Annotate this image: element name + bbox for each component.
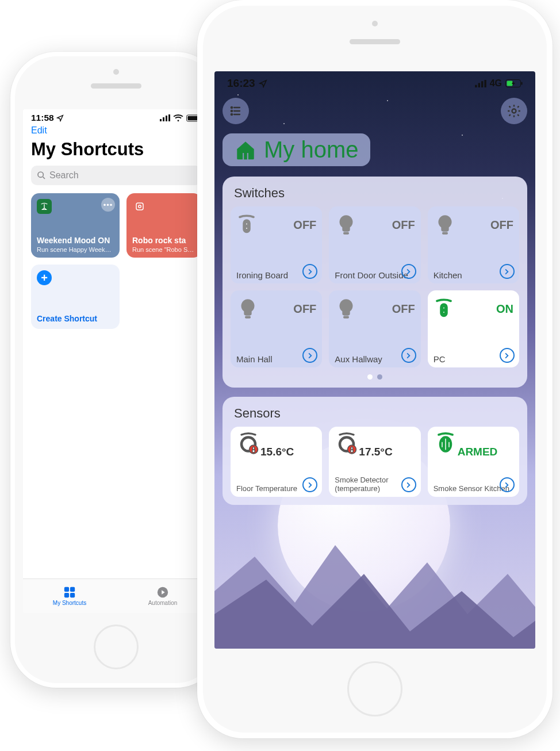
smart-plug-icon [434,295,454,323]
search-input[interactable]: Search [31,166,201,185]
shortcut-card-robo-rock[interactable]: Robo rock sta Run scene "Robo Start clea… [126,193,201,258]
automation-icon [156,586,169,599]
svg-rect-0 [160,119,162,121]
list-icon [229,104,243,118]
switch-state: OFF [293,302,316,316]
sensor-tile[interactable]: 15.6°CFloor Temperature [231,427,322,497]
shortcut-title: Robo rock sta [132,236,195,245]
status-time: 16:23 [227,77,255,90]
status-bar-front: 16:23 4G [214,71,535,90]
alarm-sensor-icon [434,431,458,455]
cellular-icon [160,114,170,121]
tab-bar: My Shortcuts Automation [23,578,209,613]
tab-my-shortcuts[interactable]: My Shortcuts [23,579,116,613]
svg-rect-12 [64,593,69,597]
search-placeholder: Search [49,170,79,181]
page-dot [377,374,382,380]
chevron-right-icon[interactable] [401,264,416,279]
gear-icon [507,104,521,118]
phone-front: 16:23 4G My home Switches OFFIronin [197,0,553,738]
temperature-sensor-icon [335,431,359,455]
plus-icon: + [37,270,52,285]
menu-button[interactable] [223,98,249,124]
sensor-tile[interactable]: 17.5°CSmoke Detector (temperature) [329,427,420,497]
create-shortcut-button[interactable]: + Create Shortcut [31,265,120,329]
svg-point-24 [231,110,232,112]
temperature-sensor-icon [236,431,260,455]
svg-rect-21 [521,82,523,85]
page-title: My Shortcuts [23,138,209,166]
sensor-value: ARMED [458,446,498,458]
svg-rect-3 [168,114,170,121]
home-selector[interactable]: My home [223,133,370,166]
svg-point-22 [231,107,232,108]
switch-tile[interactable]: OFFIroning Board [231,206,322,283]
phone-back: 11:58 Edit My Shortcuts Search ••• W [10,52,222,688]
tab-automation[interactable]: Automation [116,579,209,613]
home-icon [234,140,257,160]
sensor-tile[interactable]: ARMEDSmoke Sensor Kitchen [428,427,519,497]
switch-tile[interactable]: OFFFront Door Outside [329,206,420,283]
switch-tile[interactable]: OFFMain Hall [231,290,322,367]
light-bulb-icon [335,211,358,239]
home-title: My home [264,137,359,163]
chevron-right-icon[interactable] [401,348,416,363]
search-icon [37,171,46,180]
edit-button[interactable]: Edit [23,123,209,138]
chevron-right-icon[interactable] [401,477,416,492]
smart-plug-icon [236,211,257,239]
location-icon [56,114,64,122]
svg-rect-8 [136,203,143,210]
svg-point-26 [231,114,232,115]
shortcut-subtitle: Run scene Happy Weekend [37,246,114,253]
chevron-right-icon[interactable] [500,348,515,363]
chevron-right-icon[interactable] [500,477,515,492]
sensor-value: 15.6°C [260,446,294,458]
svg-rect-16 [478,83,480,87]
svg-rect-17 [481,81,483,87]
grid-icon [63,586,76,599]
svg-point-28 [512,109,516,113]
svg-rect-13 [70,593,75,597]
wifi-icon [173,114,183,122]
svg-rect-2 [166,116,167,121]
sensors-panel-title: Sensors [231,405,519,427]
home-button-back[interactable] [94,624,139,669]
cellular-icon [475,80,486,87]
battery-icon [505,79,523,87]
settings-button[interactable] [501,98,527,124]
svg-rect-15 [475,85,477,87]
switches-panel: Switches OFFIroning BoardOFFFront Door O… [223,177,527,388]
home-button-front[interactable] [347,661,402,716]
smarthome-screen: 16:23 4G My home Switches OFFIronin [214,71,535,649]
tab-label: My Shortcuts [53,600,86,606]
svg-rect-20 [507,81,513,86]
status-time: 11:58 [31,113,54,123]
sensors-panel: Sensors 15.6°CFloor Temperature17.5°CSmo… [223,397,527,505]
svg-rect-10 [64,587,69,592]
sensor-value: 17.5°C [359,446,392,458]
switch-state: OFF [293,219,316,232]
light-bulb-icon [335,295,358,323]
switches-panel-title: Switches [231,185,519,206]
svg-rect-11 [70,587,75,592]
shortcut-title: Weekend Mood ON [37,236,114,245]
shortcut-subtitle: Run scene "Robo Start cleaning" [132,246,195,253]
svg-point-7 [38,172,43,177]
switch-state: ON [496,302,513,316]
switch-tile[interactable]: OFFKitchen [428,206,519,283]
shortcut-card-weekend-mood[interactable]: ••• Weekend Mood ON Run scene Happy Week… [31,193,120,258]
svg-rect-1 [163,117,164,121]
switch-state: OFF [490,219,513,232]
switch-state: OFF [392,302,415,316]
shortcut-app-icon [132,199,147,214]
location-icon [259,79,267,88]
light-bulb-icon [236,295,259,323]
chevron-right-icon[interactable] [500,264,515,279]
shortcut-more-icon[interactable]: ••• [101,198,115,212]
switch-tile[interactable]: OFFAux Hallway [329,290,420,367]
network-label: 4G [490,78,502,89]
create-shortcut-label: Create Shortcut [37,314,114,323]
switch-tile[interactable]: ONPC [428,290,519,367]
page-dot [367,374,373,380]
